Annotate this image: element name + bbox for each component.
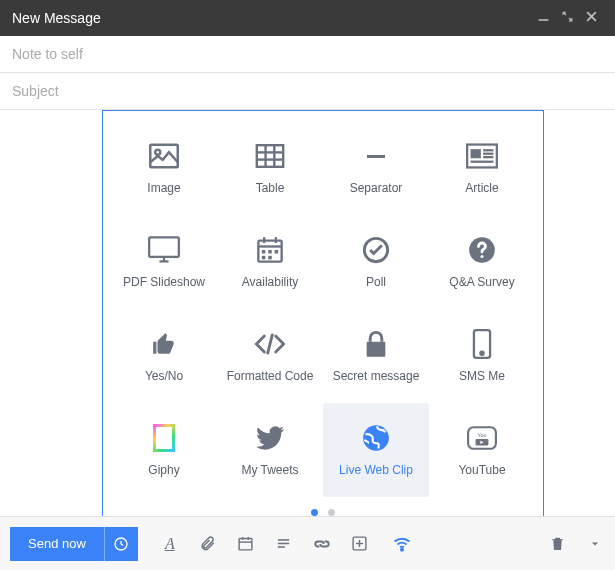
help-circle-icon [465,235,499,265]
svg-rect-28 [268,256,272,260]
tile-label: Live Web Clip [339,463,413,477]
wifi-icon[interactable] [392,534,412,554]
svg-rect-12 [471,149,481,158]
inserter-tile-globe[interactable]: Live Web Clip [323,403,429,497]
close-icon[interactable] [579,10,603,26]
check-circle-icon [359,235,393,265]
svg-rect-5 [257,145,283,167]
send-button[interactable]: Send now [10,527,104,561]
svg-rect-24 [262,250,266,254]
window-titlebar: New Message [0,0,615,36]
window-title: New Message [12,10,101,26]
table-icon [253,141,287,171]
minimize-icon[interactable] [531,10,555,26]
compose-toolbar: Send now A [0,516,615,570]
inserter-tile-check-circle[interactable]: Poll [323,215,429,309]
tile-label: Table [256,181,285,195]
calendar-icon[interactable] [236,534,256,554]
svg-rect-42 [239,539,252,550]
inserter-tile-lock[interactable]: Secret message [323,309,429,403]
tile-label: Poll [366,275,386,289]
svg-rect-23 [275,237,277,243]
tile-label: Giphy [148,463,179,477]
compose-body[interactable]: ImageTableSeparatorArticlePDF SlideshowA… [0,110,615,542]
monitor-icon [147,235,181,265]
svg-point-31 [480,255,483,258]
inserter-tile-phone[interactable]: SMS Me [429,309,535,403]
phone-icon [465,329,499,359]
code-icon [253,329,287,359]
svg-rect-10 [367,155,385,158]
tile-label: Q&A Survey [449,275,514,289]
inserter-tile-help-circle[interactable]: Q&A Survey [429,215,535,309]
inserter-tile-monitor[interactable]: PDF Slideshow [111,215,217,309]
svg-point-36 [363,425,389,451]
thumbs-up-icon [147,329,181,359]
list-icon[interactable] [274,534,294,554]
trash-icon[interactable] [547,534,567,554]
svg-rect-33 [367,342,386,357]
separator-icon [359,141,393,171]
inserter-tile-image[interactable]: Image [111,121,217,215]
svg-rect-22 [263,237,265,243]
lock-icon [359,329,393,359]
inserter-tile-twitter[interactable]: My Tweets [217,403,323,497]
tile-label: Availability [242,275,298,289]
svg-rect-25 [268,250,272,254]
tile-label: My Tweets [241,463,298,477]
insert-grid-icon[interactable] [350,534,370,554]
twitter-icon [253,423,287,453]
link-icon[interactable] [312,534,332,554]
svg-text:You: You [477,432,486,438]
inserter-popover: ImageTableSeparatorArticlePDF SlideshowA… [102,110,544,528]
inserter-tile-separator[interactable]: Separator [323,121,429,215]
inserter-tile-table[interactable]: Table [217,121,323,215]
svg-rect-26 [275,250,279,254]
inserter-tile-calendar[interactable]: Availability [217,215,323,309]
tile-label: SMS Me [459,369,505,383]
tile-label: Image [147,181,180,195]
inserter-tile-code[interactable]: Formatted Code [217,309,323,403]
youtube-icon: You [465,423,499,453]
expand-icon[interactable] [555,10,579,26]
tile-label: Separator [350,181,403,195]
to-field[interactable]: Note to self [0,36,615,73]
inserter-tile-giphy[interactable]: Giphy [111,403,217,497]
attachment-icon[interactable] [198,534,218,554]
calendar-icon [253,235,287,265]
tile-label: PDF Slideshow [123,275,205,289]
giphy-icon [147,423,181,453]
svg-rect-27 [262,256,266,260]
font-icon[interactable]: A [160,534,180,554]
tile-label: Yes/No [145,369,183,383]
svg-rect-0 [538,19,548,21]
tile-label: YouTube [458,463,505,477]
svg-point-4 [155,150,160,155]
page-dot[interactable] [311,509,318,516]
svg-line-32 [268,335,273,353]
send-later-dropdown[interactable] [104,527,138,561]
tile-label: Secret message [333,369,420,383]
svg-point-35 [480,352,483,355]
more-menu-icon[interactable] [585,534,605,554]
image-icon [147,141,181,171]
inserter-tile-article[interactable]: Article [429,121,535,215]
svg-rect-17 [149,237,179,256]
tile-label: Formatted Code [227,369,314,383]
subject-field[interactable]: Subject [0,73,615,110]
tile-label: Article [465,181,498,195]
svg-point-52 [401,548,403,550]
page-dot[interactable] [328,509,335,516]
inserter-tile-youtube[interactable]: YouYouTube [429,403,535,497]
inserter-tile-thumbs-up[interactable]: Yes/No [111,309,217,403]
globe-icon [359,423,393,453]
article-icon [465,141,499,171]
